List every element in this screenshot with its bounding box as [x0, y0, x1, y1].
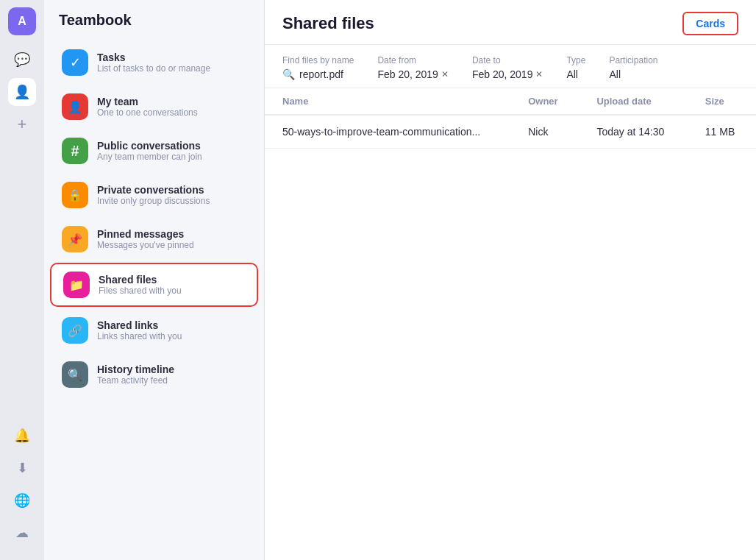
files-table: Name Owner Upload date Size 50-ways-to-i…	[265, 88, 756, 149]
icon-rail: A 💬 👤 + 🔔 ⬇ 🌐 ☁	[0, 0, 44, 560]
page-title: Shared files	[282, 14, 374, 33]
shared-links-label: Shared links	[97, 319, 182, 331]
participation-label: Participation	[609, 55, 657, 65]
chat-rail-icon[interactable]: 💬	[8, 46, 36, 74]
file-name: 50-ways-to-improve-team-communication...	[265, 115, 510, 149]
date-to-filter: Date to Feb 20, 2019 ✕	[472, 55, 543, 80]
add-rail-icon[interactable]: +	[8, 110, 36, 138]
sidebar-item-tasks[interactable]: ✓ Tasks List of tasks to do or manage	[50, 42, 258, 83]
col-name: Name	[265, 88, 510, 115]
col-size: Size	[688, 88, 756, 115]
help-rail-icon[interactable]: 🌐	[8, 486, 36, 514]
avatar[interactable]: A	[8, 7, 36, 35]
find-filter: Find files by name 🔍 report.pdf	[282, 55, 354, 80]
public-conv-icon: #	[62, 138, 88, 164]
bell-rail-icon[interactable]: 🔔	[8, 422, 36, 450]
download-rail-icon[interactable]: ⬇	[8, 454, 36, 482]
type-filter: Type All	[566, 55, 585, 80]
sidebar-item-public-conversations[interactable]: # Public conversations Any team member c…	[50, 130, 258, 171]
date-from-filter: Date from Feb 20, 2019 ✕	[377, 55, 449, 80]
file-size: 11 MB	[688, 115, 756, 149]
col-owner: Owner	[510, 88, 579, 115]
sidebar-item-history-timeline[interactable]: 🔍 History timeline Team activity feed	[50, 354, 258, 395]
private-conv-icon: 🔒	[62, 182, 88, 208]
participation-value[interactable]: All	[609, 68, 621, 80]
history-sublabel: Team activity feed	[97, 375, 174, 386]
sidebar-item-my-team[interactable]: 👤 My team One to one conversations	[50, 86, 258, 127]
find-label: Find files by name	[282, 55, 354, 65]
table-row[interactable]: 50-ways-to-improve-team-communication...…	[265, 115, 756, 149]
type-label: Type	[566, 55, 585, 65]
public-conv-sublabel: Any team member can join	[97, 152, 202, 162]
contacts-rail-icon[interactable]: 👤	[8, 78, 36, 106]
col-upload-date: Upload date	[579, 88, 687, 115]
shared-links-sublabel: Links shared with you	[97, 331, 182, 341]
my-team-label: My team	[97, 96, 198, 107]
public-conv-label: Public conversations	[97, 140, 202, 152]
tasks-label: Tasks	[97, 52, 210, 63]
search-filter-icon: 🔍	[282, 68, 295, 80]
shared-links-icon: 🔗	[62, 317, 88, 344]
find-value[interactable]: report.pdf	[299, 68, 343, 80]
private-conv-sublabel: Invite only group discussions	[97, 196, 210, 206]
participation-filter: Participation All	[609, 55, 657, 80]
date-to-value: Feb 20, 2019	[472, 68, 533, 80]
my-team-sublabel: One to one conversations	[97, 107, 198, 118]
filter-row: Find files by name 🔍 report.pdf Date fro…	[265, 45, 756, 88]
main-content: Shared files Cards Find files by name 🔍 …	[265, 0, 756, 560]
file-owner: Nick	[510, 115, 579, 149]
sidebar-item-shared-files[interactable]: 📁 Shared files Files shared with you	[50, 263, 258, 307]
history-label: History timeline	[97, 364, 174, 375]
shared-files-label: Shared files	[99, 274, 182, 286]
date-from-value: Feb 20, 2019	[377, 68, 438, 80]
tasks-sublabel: List of tasks to do or manage	[97, 63, 210, 74]
file-upload-date: Today at 14:30	[579, 115, 687, 149]
pinned-label: Pinned messages	[97, 228, 194, 240]
date-from-clear-button[interactable]: ✕	[441, 69, 449, 79]
date-from-label: Date from	[377, 55, 449, 65]
main-header: Shared files Cards	[265, 0, 756, 45]
sidebar-item-pinned-messages[interactable]: 📌 Pinned messages Messages you've pinned	[50, 219, 258, 260]
date-to-label: Date to	[472, 55, 543, 65]
files-table-area: Name Owner Upload date Size 50-ways-to-i…	[265, 88, 756, 560]
private-conv-label: Private conversations	[97, 184, 210, 196]
my-team-icon: 👤	[62, 93, 88, 120]
shared-files-icon: 📁	[63, 272, 90, 298]
table-header-row: Name Owner Upload date Size	[265, 88, 756, 115]
shared-files-sublabel: Files shared with you	[99, 286, 182, 296]
tasks-icon: ✓	[62, 49, 88, 76]
sidebar: Teambook ✓ Tasks List of tasks to do or …	[44, 0, 265, 560]
sidebar-title: Teambook	[44, 12, 264, 40]
cloud-rail-icon[interactable]: ☁	[8, 519, 36, 547]
cards-button[interactable]: Cards	[682, 12, 738, 35]
pinned-icon: 📌	[62, 226, 88, 252]
pinned-sublabel: Messages you've pinned	[97, 240, 194, 250]
date-to-clear-button[interactable]: ✕	[535, 69, 543, 79]
history-icon: 🔍	[62, 361, 88, 388]
sidebar-item-shared-links[interactable]: 🔗 Shared links Links shared with you	[50, 310, 258, 351]
type-value[interactable]: All	[566, 68, 578, 80]
sidebar-item-private-conversations[interactable]: 🔒 Private conversations Invite only grou…	[50, 174, 258, 216]
